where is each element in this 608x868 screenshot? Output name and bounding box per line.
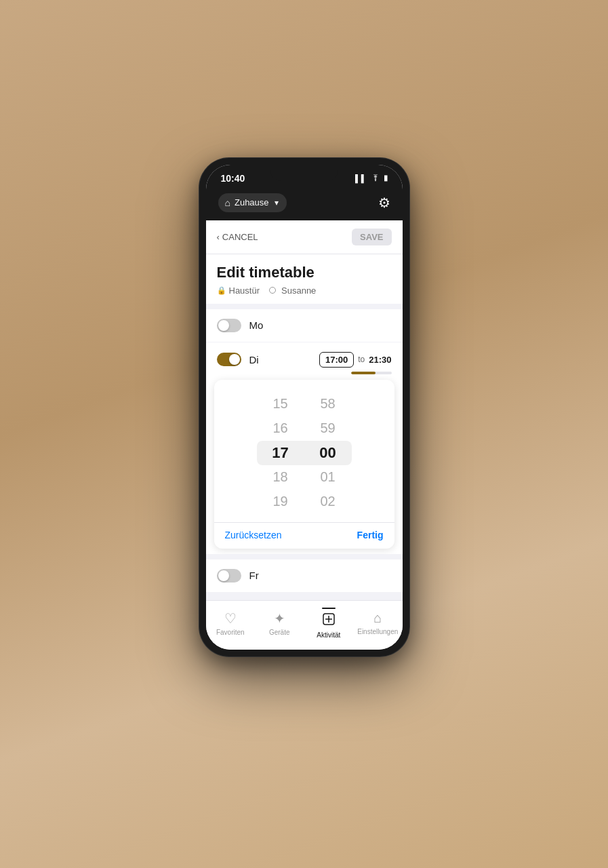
picker-min-01: 01 [304,465,352,490]
status-time: 10:40 [221,173,245,184]
user-dot-icon [269,287,276,294]
save-button[interactable]: SAVE [352,229,391,245]
picker-minutes-column: 58 59 00 01 02 [304,392,352,514]
einstellungen-label: Einstellungen [357,628,398,635]
picker-min-02: 02 [304,490,352,514]
cancel-button[interactable]: ‹ CANCEL [217,232,258,242]
favoriten-icon: ♡ [224,610,237,627]
page-title: Edit timetable [217,264,392,281]
picker-hour-18: 18 [257,465,304,490]
nav-bar: ⌂ Zuhause ▾ ⚙ [206,188,403,220]
picker-actions: Zurücksetzen Fertig [214,522,394,549]
save-label: SAVE [360,232,383,242]
lock-icon: 🔒 [217,286,226,295]
di-time-range: 17:00 to 21:30 [319,352,392,368]
chevron-down-icon: ▾ [275,198,279,208]
phone-frame: 10:40 ▌▌ ▮ ⌂ [199,158,409,656]
schedule-section: Mo Di 17:00 [206,309,403,592]
surface-indicator-area [206,368,403,374]
di-day-label: Di [249,354,259,366]
home-icon: ⌂ [225,197,230,208]
tab-geraete[interactable]: ✦ Geräte [255,610,304,636]
picker-hours-column: 15 16 17 18 19 [257,392,304,514]
picker-min-59: 59 [304,416,352,441]
di-to-time[interactable]: 21:30 [369,355,391,365]
mo-toggle-knob [218,320,229,331]
di-section: Di 17:00 to 21:30 [206,342,403,554]
wifi-icon [371,174,380,182]
svg-point-0 [375,180,376,181]
picker-done-button[interactable]: Fertig [357,530,384,540]
di-to-label: to [358,355,365,364]
di-toggle-knob [229,354,240,365]
status-icons: ▌▌ ▮ [355,174,388,182]
picker-hour-17: 17 [257,441,304,465]
fr-day-label: Fr [249,570,392,581]
lock-item: 🔒 Haustür [217,285,260,296]
page-meta: 🔒 Haustür Susanne [217,285,392,296]
einstellungen-icon: ⌂ [373,610,382,626]
schedule-row-mo: Mo [206,309,403,342]
page-header: Edit timetable 🔒 Haustür Susanne [206,254,403,304]
surface-bar-fill [351,372,376,374]
surface-bar [351,372,392,374]
picker-min-58: 58 [304,392,352,416]
picker-scroll-area[interactable]: 15 16 17 18 19 58 59 0 [214,387,394,519]
notch [270,165,338,181]
time-picker-popup: 15 16 17 18 19 58 59 0 [214,380,394,549]
di-toggle[interactable] [217,353,241,366]
aktivitaet-active-indicator [322,608,336,609]
geraete-icon: ✦ [274,610,285,627]
picker-hour-19: 19 [257,490,304,514]
geraete-label: Geräte [269,629,290,636]
mo-toggle[interactable] [217,319,241,332]
signal-icon: ▌▌ [355,174,367,182]
settings-icon[interactable]: ⚙ [378,195,390,211]
lock-label: Haustür [229,285,260,296]
user-item: Susanne [269,285,316,296]
user-label: Susanne [281,285,316,296]
di-from-time[interactable]: 17:00 [319,352,354,368]
battery-icon: ▮ [384,174,388,182]
favoriten-label: Favoriten [216,629,245,636]
picker-hour-15: 15 [257,392,304,416]
fr-toggle-knob [218,570,229,581]
tab-einstellungen[interactable]: ⌂ Einstellungen [353,610,403,635]
picker-hour-16: 16 [257,416,304,441]
aktivitaet-label: Aktivität [317,631,340,639]
aktivitaet-icon [322,612,336,629]
mo-day-label: Mo [249,319,392,331]
cancel-chevron-icon: ‹ [217,232,220,242]
di-row: Di 17:00 to 21:30 [206,342,403,368]
phone-screen: 10:40 ▌▌ ▮ ⌂ [206,165,403,650]
app-content: ‹ CANCEL SAVE Edit timetable 🔒 Haustür [206,220,403,600]
action-bar: ‹ CANCEL SAVE [206,220,403,254]
schedule-row-fr: Fr [206,559,403,592]
tab-bar: ♡ Favoriten ✦ Geräte Aktivität [206,600,403,650]
fr-toggle[interactable] [217,569,241,583]
home-label: Zuhause [235,197,269,208]
tab-favoriten[interactable]: ♡ Favoriten [206,610,256,636]
tab-aktivitaet[interactable]: Aktivität [304,608,354,639]
home-nav-button[interactable]: ⌂ Zuhause ▾ [218,193,287,212]
picker-reset-button[interactable]: Zurücksetzen [225,530,282,540]
phone-wrapper: 10:40 ▌▌ ▮ ⌂ [199,158,409,656]
picker-min-00: 00 [304,441,352,465]
cancel-label: CANCEL [222,232,258,242]
di-left: Di [217,353,259,366]
